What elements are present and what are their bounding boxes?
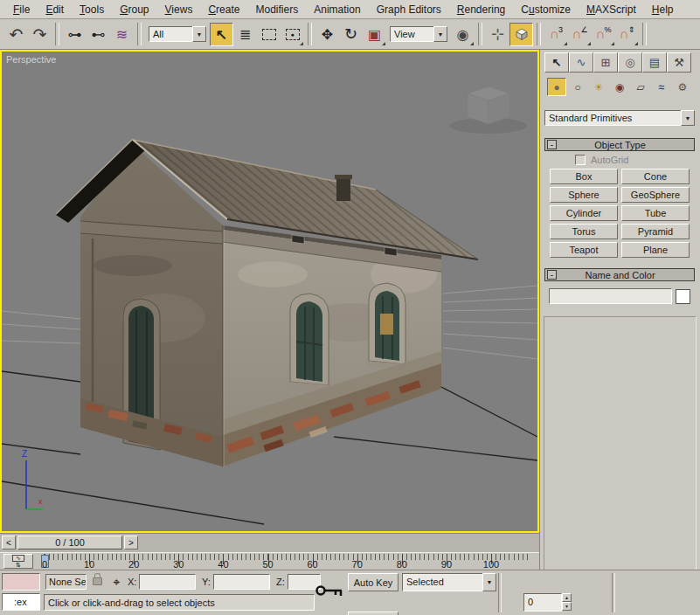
listener-text: :ex: [14, 597, 27, 607]
toolbar-separator: [55, 23, 59, 45]
angle-snap-button[interactable]: ∩∠: [568, 23, 592, 46]
objtype-tube-button[interactable]: Tube: [621, 205, 690, 221]
viewport-perspective[interactable]: Perspective: [0, 50, 539, 533]
select-and-link-button[interactable]: ⊶: [63, 23, 87, 46]
menu-grapheditors[interactable]: Graph Editors: [369, 1, 449, 18]
menu-views[interactable]: Views: [157, 1, 201, 18]
bind-to-spacewarp-button[interactable]: ≋: [110, 23, 134, 46]
key-mode-dropdown[interactable]: Selected ▼: [402, 573, 496, 591]
unlink-selection-button[interactable]: ⊷: [87, 23, 110, 46]
menu-animation[interactable]: Animation: [306, 1, 368, 18]
objtype-cylinder-button[interactable]: Cylinder: [550, 205, 618, 221]
maxscript-mini-listener[interactable]: :ex: [2, 593, 40, 611]
object-type-rollout-header[interactable]: - Object Type: [544, 138, 695, 151]
subcategory-dropdown[interactable]: Standard Primitives ▼: [544, 110, 695, 126]
objtype-box-button[interactable]: Box: [550, 169, 618, 184]
auto-key-button[interactable]: Auto Key: [348, 573, 399, 591]
category-lights-button[interactable]: ☀: [589, 78, 608, 96]
collapse-icon[interactable]: -: [547, 270, 557, 280]
menu-tools[interactable]: Tools: [72, 1, 112, 18]
menu-edit[interactable]: Edit: [38, 1, 72, 18]
menu-maxscript[interactable]: MAXScript: [579, 1, 644, 18]
menu-modifiers[interactable]: Modifiers: [247, 1, 306, 18]
object-color-swatch[interactable]: [676, 289, 690, 304]
select-manipulate-button[interactable]: ⊹: [486, 23, 509, 46]
category-systems-button[interactable]: ⚙: [673, 78, 692, 96]
objtype-geosphere-button[interactable]: GeoSphere: [621, 187, 690, 203]
category-shapes-button[interactable]: ○: [568, 78, 587, 96]
redo-button[interactable]: ↷: [28, 23, 52, 46]
menu-group[interactable]: Group: [112, 1, 156, 18]
window-crossing-button[interactable]: ●: [281, 23, 304, 46]
chevron-down-icon[interactable]: ▼: [681, 110, 695, 126]
objtype-cone-button[interactable]: Cone: [621, 169, 690, 184]
objtype-sphere-button[interactable]: Sphere: [550, 187, 618, 203]
keyboard-override-button[interactable]: [509, 23, 533, 46]
collapse-icon[interactable]: -: [547, 140, 557, 149]
x-coordinate-field[interactable]: [139, 574, 196, 590]
percent-snap-button[interactable]: ∩%: [592, 23, 615, 46]
objtype-plane-button[interactable]: Plane: [621, 242, 690, 258]
spinner-down-icon[interactable]: ▼: [562, 602, 572, 611]
angle-snap-modifier: ∠: [580, 25, 587, 34]
spinner-up-icon[interactable]: ▲: [562, 593, 572, 602]
distant-box-object[interactable]: [450, 86, 527, 134]
set-keys-key-icon[interactable]: [315, 582, 344, 603]
toolbar-separator: [308, 23, 312, 45]
category-geometry-button[interactable]: ●: [547, 78, 566, 96]
select-by-name-button[interactable]: ≣: [233, 23, 257, 46]
objtype-teapot-button[interactable]: Teapot: [550, 242, 618, 258]
reference-coord-dropdown[interactable]: View ▼: [390, 25, 447, 43]
snaps-toggle-button[interactable]: ∩3: [544, 23, 568, 46]
chevron-down-icon[interactable]: ▼: [433, 26, 447, 42]
set-key-button[interactable]: Set Key: [348, 612, 399, 615]
previous-frame-arrow[interactable]: <: [2, 536, 16, 549]
rect-selection-region-button[interactable]: [257, 23, 281, 46]
category-cameras-button[interactable]: ◉: [610, 78, 629, 96]
time-slider-button[interactable]: 0 / 100: [17, 536, 122, 549]
mini-curve-editor-button[interactable]: ∿ ⇅: [3, 554, 33, 569]
use-center-icon: ◉: [457, 26, 469, 43]
unlink-icon: ⊷: [92, 26, 106, 43]
selection-filter-dropdown[interactable]: All ▼: [149, 25, 206, 43]
viewport-label[interactable]: Perspective: [6, 54, 56, 65]
select-move-button[interactable]: ✥: [315, 23, 339, 46]
objtype-pyramid-button[interactable]: Pyramid: [621, 224, 690, 239]
select-rotate-button[interactable]: ↻: [339, 23, 363, 46]
category-helpers-button[interactable]: ▱: [631, 78, 650, 96]
menu-rendering[interactable]: Rendering: [449, 1, 513, 18]
tab-display[interactable]: ▤: [642, 52, 667, 73]
house-model[interactable]: [56, 139, 478, 466]
menu-create[interactable]: Create: [200, 1, 247, 18]
frame-spinner[interactable]: ▲ ▼: [562, 593, 572, 611]
macro-recorder-field[interactable]: [2, 573, 40, 591]
tab-utilities[interactable]: ⚒: [667, 52, 691, 73]
tab-hierarchy[interactable]: ⊞: [593, 52, 618, 73]
tab-create[interactable]: ↖: [544, 52, 569, 73]
objtype-torus-button[interactable]: Torus: [550, 224, 618, 239]
y-coordinate-field[interactable]: [213, 574, 270, 590]
transform-typein-toggle[interactable]: ⌖: [108, 574, 125, 590]
chevron-down-icon[interactable]: ▼: [192, 26, 206, 42]
frame-value: 0: [528, 597, 533, 607]
chevron-down-icon[interactable]: ▼: [482, 573, 496, 591]
tab-modify[interactable]: ∿: [569, 52, 593, 73]
object-name-field[interactable]: [549, 288, 672, 304]
undo-button[interactable]: ↶: [4, 23, 28, 46]
name-color-rollout-header[interactable]: - Name and Color: [544, 268, 695, 281]
next-frame-arrow[interactable]: >: [124, 536, 138, 549]
menu-help[interactable]: Help: [644, 1, 682, 18]
toolbar-separator: [478, 23, 482, 45]
menu-file[interactable]: File: [5, 1, 38, 18]
use-center-button[interactable]: ◉: [451, 23, 475, 46]
select-scale-button[interactable]: ▣: [363, 23, 386, 46]
selection-lock-toggle[interactable]: [90, 574, 105, 590]
tab-motion[interactable]: ◎: [618, 52, 642, 73]
category-spacewarps-button[interactable]: ≈: [652, 78, 671, 96]
menu-customize[interactable]: Customize: [513, 1, 579, 18]
track-bar[interactable]: ∿ ⇅ 0102030405060708090100: [0, 552, 539, 570]
spinner-snap-button[interactable]: ∩⇕: [615, 23, 639, 46]
current-frame-field[interactable]: 0: [523, 593, 562, 612]
select-object-button[interactable]: ↖: [210, 23, 233, 46]
autogrid-checkbox[interactable]: [575, 155, 586, 165]
